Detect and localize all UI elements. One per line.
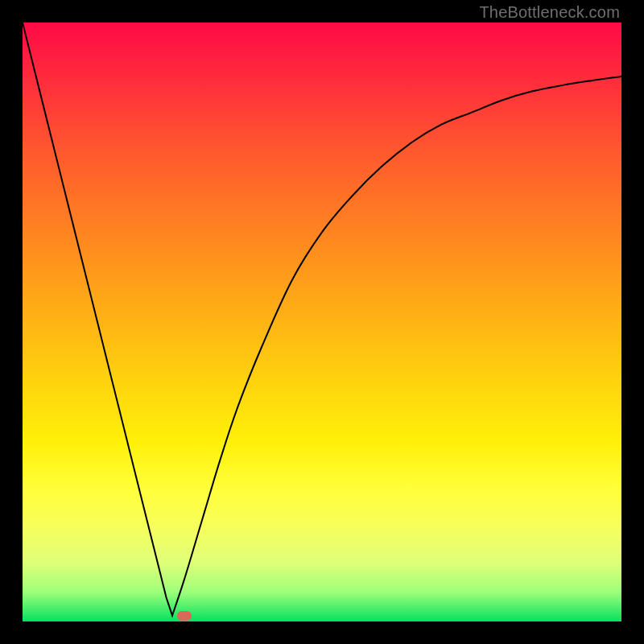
chart-frame: TheBottleneck.com — [0, 0, 644, 644]
watermark-text: TheBottleneck.com — [479, 3, 620, 22]
curve-path — [23, 23, 621, 616]
minimum-marker — [177, 611, 192, 621]
plot-area — [23, 23, 621, 621]
bottleneck-curve — [23, 23, 621, 621]
